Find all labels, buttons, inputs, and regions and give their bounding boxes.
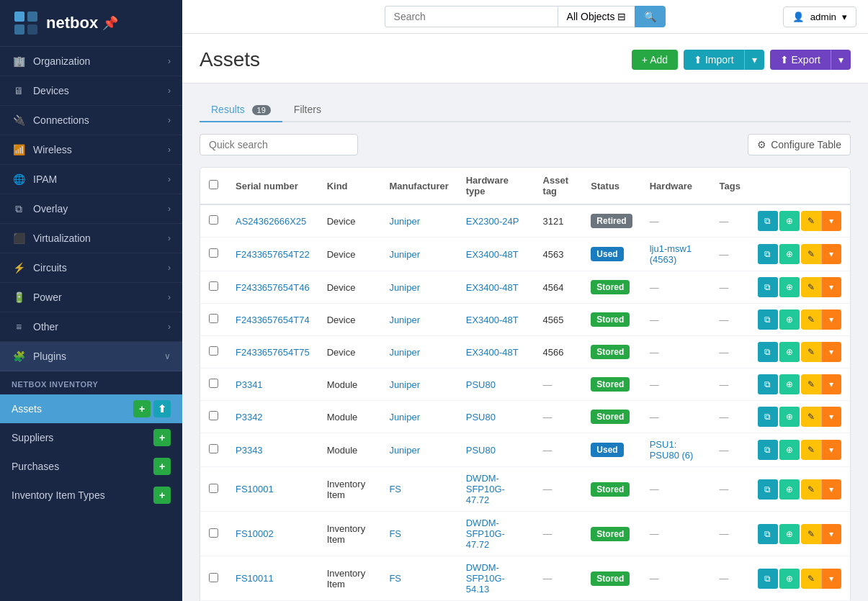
- manufacturer-link[interactable]: FS: [389, 528, 401, 539]
- search-input[interactable]: [385, 6, 558, 27]
- edit-dropdown-button[interactable]: ▾: [821, 440, 841, 460]
- clone-button[interactable]: ⊕: [779, 479, 800, 500]
- edit-button[interactable]: ✎: [801, 374, 821, 394]
- row-checkbox-2[interactable]: [209, 281, 218, 291]
- row-checkbox-0[interactable]: [209, 215, 218, 225]
- add-button[interactable]: + Add: [632, 50, 678, 70]
- serial-link[interactable]: AS24362666X25: [236, 216, 306, 227]
- sidebar-item-ipam[interactable]: 🌐 IPAM ›: [0, 165, 182, 194]
- copy-button[interactable]: ⧉: [758, 524, 778, 544]
- manufacturer-link[interactable]: Juniper: [389, 249, 420, 260]
- serial-link[interactable]: P3342: [236, 412, 263, 422]
- sidebar-item-overlay[interactable]: ⧉ Overlay ›: [0, 194, 182, 224]
- sidebar-item-assets[interactable]: Assets + ⬆: [0, 394, 182, 423]
- sidebar-item-suppliers[interactable]: Suppliers +: [0, 423, 182, 452]
- search-submit-button[interactable]: 🔍: [635, 6, 666, 27]
- copy-button[interactable]: ⧉: [758, 342, 778, 362]
- clone-button[interactable]: ⊕: [779, 407, 800, 427]
- edit-button[interactable]: ✎: [801, 479, 821, 500]
- import-dropdown-button[interactable]: ▾: [744, 50, 764, 70]
- sidebar-logo[interactable]: netbox 📌: [0, 0, 182, 47]
- tab-results[interactable]: Results 19: [200, 98, 282, 122]
- sidebar-item-inventory-item-types[interactable]: Inventory Item Types +: [0, 481, 182, 510]
- purchases-add-button[interactable]: +: [153, 458, 171, 475]
- manufacturer-link[interactable]: FS: [389, 484, 401, 494]
- export-button[interactable]: ⬆ Export: [770, 50, 831, 70]
- edit-dropdown-button[interactable]: ▾: [821, 277, 841, 297]
- serial-link[interactable]: FS10002: [236, 528, 274, 539]
- quick-search-input[interactable]: [200, 134, 358, 155]
- edit-dropdown-button[interactable]: ▾: [821, 479, 841, 500]
- serial-link[interactable]: F2433657654T74: [236, 315, 310, 325]
- row-checkbox-1[interactable]: [209, 248, 218, 258]
- copy-button[interactable]: ⧉: [758, 374, 778, 394]
- sidebar-item-wireless[interactable]: 📶 Wireless ›: [0, 135, 182, 165]
- clone-button[interactable]: ⊕: [779, 440, 800, 460]
- select-all-checkbox[interactable]: [209, 180, 218, 189]
- row-checkbox-9[interactable]: [209, 528, 218, 538]
- hardware-type-link[interactable]: EX3400-48T: [466, 315, 519, 325]
- serial-link[interactable]: FS10001: [236, 484, 274, 494]
- clone-button[interactable]: ⊕: [779, 569, 800, 589]
- inventory-item-types-add-button[interactable]: +: [153, 487, 171, 504]
- sidebar-item-devices[interactable]: 🖥 Devices ›: [0, 76, 182, 106]
- assets-add-button[interactable]: +: [133, 400, 151, 417]
- copy-button[interactable]: ⧉: [758, 407, 778, 427]
- serial-link[interactable]: P3341: [236, 379, 263, 390]
- row-checkbox-4[interactable]: [209, 346, 218, 356]
- manufacturer-link[interactable]: Juniper: [389, 347, 420, 358]
- import-button[interactable]: ⬆ Import: [684, 50, 744, 70]
- hardware-type-link[interactable]: DWDM-SFP10G-47.72: [466, 518, 505, 550]
- manufacturer-link[interactable]: Juniper: [389, 379, 420, 390]
- hardware-type-link[interactable]: EX3400-48T: [466, 282, 519, 293]
- row-checkbox-3[interactable]: [209, 314, 218, 323]
- row-checkbox-8[interactable]: [209, 484, 218, 493]
- copy-button[interactable]: ⧉: [758, 211, 778, 231]
- edit-dropdown-button[interactable]: ▾: [821, 407, 841, 427]
- hardware-type-link[interactable]: DWDM-SFP10G-47.72: [466, 473, 505, 505]
- edit-button[interactable]: ✎: [801, 569, 821, 589]
- edit-button[interactable]: ✎: [801, 309, 821, 330]
- copy-button[interactable]: ⧉: [758, 569, 778, 589]
- copy-button[interactable]: ⧉: [758, 309, 778, 330]
- manufacturer-link[interactable]: Juniper: [389, 216, 420, 227]
- manufacturer-link[interactable]: FS: [389, 573, 401, 584]
- edit-dropdown-button[interactable]: ▾: [821, 309, 841, 330]
- user-menu-button[interactable]: 👤 admin ▾: [783, 6, 856, 27]
- sidebar-item-other[interactable]: ≡ Other ›: [0, 312, 182, 342]
- hardware-link[interactable]: PSU1: PSU80 (6): [650, 439, 694, 461]
- sidebar-item-connections[interactable]: 🔌 Connections ›: [0, 106, 182, 135]
- assets-import-button[interactable]: ⬆: [153, 400, 171, 417]
- clone-button[interactable]: ⊕: [779, 524, 800, 544]
- hardware-type-link[interactable]: EX3400-48T: [466, 249, 519, 260]
- sidebar-item-power[interactable]: 🔋 Power ›: [0, 283, 182, 312]
- copy-button[interactable]: ⧉: [758, 277, 778, 297]
- hardware-type-link[interactable]: EX3400-48T: [466, 347, 519, 358]
- manufacturer-link[interactable]: Juniper: [389, 315, 420, 325]
- hardware-type-link[interactable]: PSU80: [466, 445, 496, 456]
- manufacturer-link[interactable]: Juniper: [389, 445, 420, 456]
- sidebar-item-purchases[interactable]: Purchases +: [0, 452, 182, 481]
- copy-button[interactable]: ⧉: [758, 244, 778, 264]
- clone-button[interactable]: ⊕: [779, 374, 800, 394]
- row-checkbox-7[interactable]: [209, 444, 218, 453]
- row-checkbox-10[interactable]: [209, 573, 218, 582]
- edit-button[interactable]: ✎: [801, 524, 821, 544]
- hardware-type-link[interactable]: PSU80: [466, 412, 496, 422]
- edit-dropdown-button[interactable]: ▾: [821, 342, 841, 362]
- serial-link[interactable]: FS10011: [236, 573, 274, 584]
- plugins-header[interactable]: 🧩 Plugins ∨: [0, 342, 182, 371]
- serial-link[interactable]: F2433657654T46: [236, 282, 310, 293]
- export-dropdown-button[interactable]: ▾: [831, 50, 851, 70]
- edit-button[interactable]: ✎: [801, 277, 821, 297]
- row-checkbox-6[interactable]: [209, 411, 218, 420]
- suppliers-add-button[interactable]: +: [153, 429, 171, 446]
- serial-link[interactable]: F2433657654T75: [236, 347, 310, 358]
- sidebar-item-organization[interactable]: 🏢 Organization ›: [0, 47, 182, 76]
- serial-link[interactable]: P3343: [236, 445, 263, 456]
- edit-dropdown-button[interactable]: ▾: [821, 374, 841, 394]
- hardware-type-link[interactable]: EX2300-24P: [466, 216, 519, 227]
- search-type-button[interactable]: All Objects ⊟: [558, 6, 635, 27]
- clone-button[interactable]: ⊕: [779, 309, 800, 330]
- clone-button[interactable]: ⊕: [779, 342, 800, 362]
